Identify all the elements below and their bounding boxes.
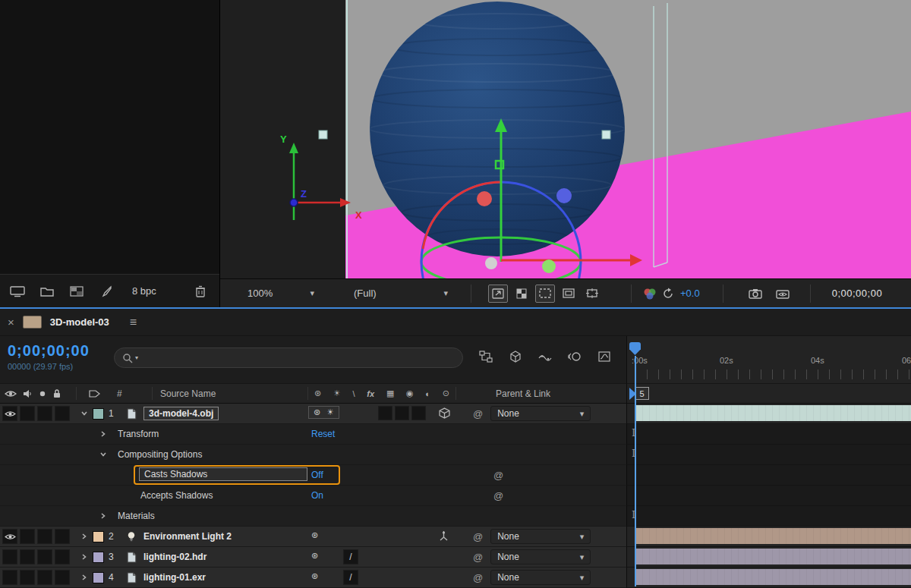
collapse-quality-switch-group[interactable]: ⊛ ☀ bbox=[308, 406, 339, 419]
audio-toggle[interactable] bbox=[20, 570, 35, 585]
composition-scene[interactable]: Y X Z bbox=[220, 0, 911, 278]
pick-whip-icon[interactable]: @ bbox=[473, 408, 483, 420]
property-group-compositing-options[interactable]: Compositing Options I bbox=[0, 445, 911, 465]
brush-icon[interactable] bbox=[98, 284, 115, 299]
twirl-down-icon[interactable] bbox=[76, 410, 93, 417]
source-name-column-header[interactable]: Source Name bbox=[152, 387, 307, 401]
layer-name[interactable]: Environment Light 2 bbox=[143, 531, 305, 542]
property-row-accepts-shadows[interactable]: Accepts Shadows On @ bbox=[0, 486, 911, 506]
layer-name[interactable]: lighting-01.exr bbox=[143, 572, 305, 583]
twirl-down-icon[interactable] bbox=[99, 451, 107, 458]
layer-duration-bar[interactable] bbox=[635, 405, 911, 421]
video-toggle[interactable] bbox=[2, 406, 17, 421]
label-tag-icon[interactable] bbox=[89, 389, 100, 398]
lock-icon[interactable] bbox=[52, 388, 61, 398]
gizmo-x-rotate-handle[interactable] bbox=[477, 191, 492, 206]
audio-toggle[interactable] bbox=[20, 549, 35, 564]
current-timecode[interactable]: 0;00;00;00 bbox=[8, 342, 90, 360]
solo-toggle[interactable] bbox=[37, 406, 52, 421]
property-pick-whip-icon[interactable]: @ bbox=[493, 490, 503, 502]
layer-color-swatch[interactable] bbox=[93, 531, 104, 542]
composition-marker[interactable]: 5 bbox=[629, 387, 649, 400]
hide-shy-layers-icon[interactable] bbox=[537, 348, 553, 365]
layer-duration-bar[interactable] bbox=[635, 569, 911, 585]
video-toggle[interactable] bbox=[2, 529, 17, 544]
twirl-right-icon[interactable] bbox=[76, 533, 93, 540]
light-axis-icon[interactable] bbox=[439, 530, 449, 541]
parent-link-column-header[interactable]: Parent & Link bbox=[456, 387, 626, 401]
video-toggle[interactable] bbox=[2, 570, 17, 585]
lock-toggle[interactable] bbox=[55, 406, 70, 421]
composition-flowchart-icon[interactable] bbox=[478, 348, 494, 365]
viewport-timecode[interactable]: 0;00;00;00 bbox=[832, 288, 882, 299]
3d-layer-column-icon[interactable]: ⊙ bbox=[443, 388, 449, 398]
exposure-reset-icon[interactable] bbox=[659, 285, 677, 303]
parent-select[interactable]: None ▾ bbox=[490, 549, 591, 564]
lock-toggle[interactable] bbox=[55, 549, 70, 564]
audio-toggle[interactable] bbox=[20, 529, 35, 544]
casts-shadows-value[interactable]: Off bbox=[311, 470, 323, 480]
pick-whip-icon[interactable]: @ bbox=[473, 572, 483, 583]
layer-duration-bar[interactable] bbox=[635, 528, 911, 544]
exposure-value[interactable]: +0.0 bbox=[680, 288, 700, 299]
twirl-right-icon[interactable] bbox=[99, 512, 107, 520]
twirl-right-icon[interactable] bbox=[76, 574, 93, 581]
channels-icon[interactable] bbox=[641, 285, 659, 303]
rasterize-icon[interactable]: ☀ bbox=[333, 388, 341, 398]
twirl-right-icon[interactable] bbox=[99, 430, 107, 438]
search-input[interactable] bbox=[140, 353, 455, 363]
property-pick-whip-icon[interactable]: @ bbox=[493, 470, 503, 481]
layer-track-3[interactable] bbox=[626, 547, 911, 568]
3d-layer-switch-icon[interactable] bbox=[439, 407, 450, 419]
layer-color-swatch[interactable] bbox=[93, 572, 104, 583]
property-group-materials[interactable]: Materials I bbox=[0, 506, 911, 527]
guides-grid-icon[interactable] bbox=[582, 285, 602, 303]
layer-row-4[interactable]: 4 lighting-01.exr ⊛ / @ None ▾ bbox=[0, 568, 911, 588]
parent-select[interactable]: None ▾ bbox=[490, 529, 591, 544]
collapse-switch-icon[interactable]: ⊛ bbox=[311, 571, 318, 581]
pick-whip-icon[interactable]: @ bbox=[473, 552, 483, 563]
layer-track-2[interactable] bbox=[626, 527, 911, 547]
collapse-switch-icon[interactable]: ⊛ bbox=[311, 551, 318, 561]
layer-row-1[interactable]: 1 3d-model-4.obj ⊛ ☀ bbox=[0, 404, 911, 424]
property-row-casts-shadows[interactable]: Casts Shadows Off @ bbox=[0, 465, 911, 486]
graph-editor-icon[interactable] bbox=[596, 348, 613, 365]
layer-row-2[interactable]: 2 Environment Light 2 ⊛ @ None bbox=[0, 527, 911, 547]
layer-color-swatch[interactable] bbox=[93, 552, 104, 563]
selection-handle-right[interactable] bbox=[602, 130, 610, 139]
collapse-switch-icon[interactable]: ⊛ bbox=[311, 530, 318, 540]
layer-track-1[interactable] bbox=[626, 404, 911, 424]
quality-switch-icon[interactable]: ☀ bbox=[326, 407, 334, 417]
switch-well[interactable] bbox=[411, 406, 426, 420]
transform-reset-link[interactable]: Reset bbox=[311, 429, 335, 439]
property-group-transform[interactable]: Transform Reset I bbox=[0, 424, 911, 445]
index-column-header[interactable]: # bbox=[117, 388, 122, 399]
gizmo-y-rotate-handle[interactable] bbox=[542, 259, 556, 273]
timeline-tab[interactable]: × 3D-model-03 ≡ bbox=[0, 309, 911, 336]
color-depth-icon[interactable] bbox=[68, 284, 85, 299]
layer-name[interactable]: lighting-02.hdr bbox=[143, 552, 305, 562]
folder-icon[interactable] bbox=[39, 284, 55, 299]
time-ruler[interactable]: :00s 02s 04s 06 bbox=[626, 336, 911, 383]
show-snapshot-icon[interactable] bbox=[774, 285, 792, 303]
gizmo-center-handle[interactable] bbox=[485, 257, 497, 269]
pick-whip-icon[interactable]: @ bbox=[473, 531, 483, 542]
fast-previews-icon[interactable] bbox=[488, 285, 508, 303]
solo-toggle[interactable] bbox=[37, 529, 52, 544]
panel-menu-icon[interactable]: ≡ bbox=[130, 316, 137, 329]
fx-icon[interactable]: fx bbox=[367, 389, 374, 398]
parent-select[interactable]: None ▾ bbox=[490, 570, 591, 585]
layer-color-swatch[interactable] bbox=[93, 408, 104, 420]
resolution-select[interactable]: (Full) ▾ bbox=[348, 285, 454, 302]
transparency-grid-icon[interactable] bbox=[512, 285, 531, 303]
solo-toggle[interactable] bbox=[37, 549, 52, 564]
parent-select[interactable]: None ▾ bbox=[490, 406, 591, 421]
mask-visibility-icon[interactable] bbox=[559, 285, 578, 303]
playhead-line[interactable] bbox=[635, 356, 636, 586]
collapse-transformations-icon[interactable]: ⊛ bbox=[314, 388, 321, 398]
quality-icon[interactable]: \ bbox=[353, 389, 355, 398]
frame-blend-icon[interactable]: ▦ bbox=[386, 388, 394, 398]
solo-toggle[interactable] bbox=[37, 570, 52, 585]
draft-3d-icon[interactable] bbox=[507, 348, 524, 365]
lock-toggle[interactable] bbox=[55, 570, 70, 585]
